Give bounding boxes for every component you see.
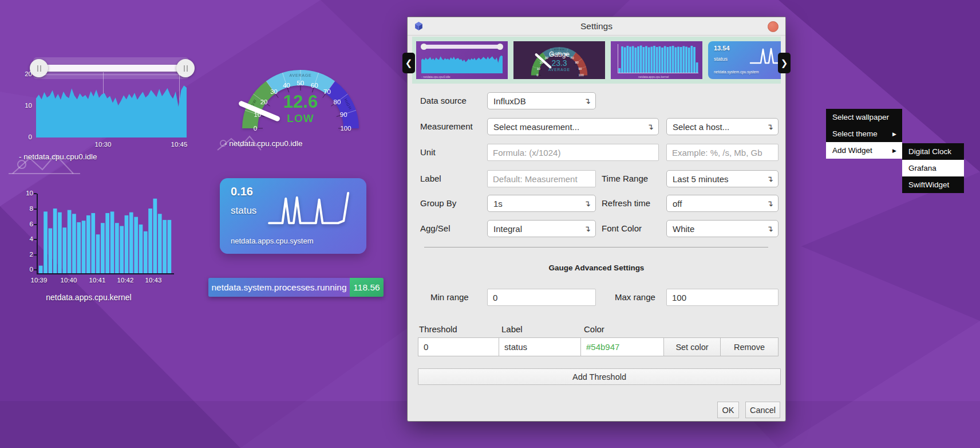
thumbnail-area-widget[interactable]: - netdata.cpu.cpu0.idle <box>416 41 508 79</box>
submenu-item-swiftwidget[interactable]: SwiftWidget <box>902 176 964 193</box>
desktop: 20 10 0 10:30 10:45 - netdata.cpu.cpu0.i… <box>0 0 980 448</box>
dropdown-arrow-icon: ↴ <box>584 96 591 105</box>
dropdown-arrow-icon: ↴ <box>584 224 591 233</box>
font-color-select[interactable]: White ↴ <box>666 220 779 237</box>
svg-text:0: 0 <box>254 125 257 132</box>
max-range-label: Max range <box>615 292 655 302</box>
refresh-time-select[interactable]: off ↴ <box>666 195 779 212</box>
threshold-color-header: Color <box>584 324 604 334</box>
bar-xtick-1042: 10:42 <box>111 277 140 284</box>
gauge-caption: - netdata.cpu.cpu0.idle <box>224 139 303 148</box>
dropdown-arrow-icon: ↴ <box>766 224 773 233</box>
thumbnail-bar-widget[interactable]: netdata.apps.cpu.kernel <box>611 41 702 79</box>
unit-example-input[interactable] <box>666 144 779 161</box>
menu-item-select-wallpaper[interactable]: Select wallpaper <box>826 109 902 125</box>
pill-value: 118.56 <box>350 278 384 297</box>
section-divider <box>424 247 768 247</box>
close-button[interactable] <box>768 21 779 32</box>
agg-sel-label: Agg/Sel <box>420 223 451 233</box>
thumbnail-card-widget[interactable]: 13.54 status netdata.system.cpu.system <box>708 41 781 79</box>
dropdown-arrow-icon: ↴ <box>584 199 591 208</box>
min-range-label: Min range <box>430 292 469 302</box>
bar-ytick-6: 6 <box>18 221 33 227</box>
svg-text:0: 0 <box>536 73 538 77</box>
widget-carousel: - netdata.cpu.cpu0.idle 0102030405060708… <box>412 37 781 84</box>
min-range-input[interactable] <box>487 289 596 306</box>
bar-ytick-8: 8 <box>18 205 33 212</box>
thumb-gauge-value: 23.3 <box>513 58 605 68</box>
pill-metric: netdata.system.processes.running <box>208 278 350 297</box>
agg-sel-select[interactable]: Integral ↴ <box>487 220 596 237</box>
submenu-item-grafana[interactable]: Grafana <box>902 160 964 176</box>
submenu-arrow-icon: ▶ <box>892 131 896 137</box>
host-select[interactable]: Select a host... ↴ <box>666 118 779 135</box>
bar-xtick-1039: 10:39 <box>25 277 53 284</box>
max-range-input[interactable] <box>666 289 779 306</box>
threshold-color-input[interactable] <box>581 338 663 356</box>
svg-text:100: 100 <box>579 73 584 77</box>
card-value: 0.16 <box>231 185 253 198</box>
card-label: status <box>231 205 256 217</box>
add-threshold-button[interactable]: Add Threshold <box>418 368 781 385</box>
group-by-select[interactable]: 1s ↴ <box>487 195 596 212</box>
dropdown-arrow-icon: ↴ <box>647 122 654 131</box>
svg-text:90: 90 <box>340 111 347 118</box>
dropdown-arrow-icon: ↴ <box>766 174 773 183</box>
settings-dialog: Settings - netdata.cpu.cpu0.idle 0102030… <box>407 17 786 422</box>
widget-area-chart[interactable]: 20 10 0 10:30 10:45 - netdata.cpu.cpu0.i… <box>0 52 200 166</box>
carousel-next-button[interactable]: ❯ <box>778 53 791 73</box>
thumb-area-chart <box>421 52 503 73</box>
bar-xtick-1041: 10:41 <box>83 277 112 284</box>
svg-text:50: 50 <box>297 80 305 87</box>
label-field-label: Label <box>420 174 441 183</box>
widget-status-card[interactable]: 0.16 status netdata.apps.cpu.system <box>220 178 366 254</box>
area-chart-caption: - netdata.cpu.cpu0.idle <box>19 152 97 161</box>
svg-text:60: 60 <box>311 82 318 89</box>
remove-threshold-button[interactable]: Remove <box>720 337 779 356</box>
widget-bar-chart[interactable]: 10 8 6 4 2 0 10:39 10:40 10:41 10:42 10:… <box>17 189 189 304</box>
widget-gauge[interactable]: 0102030405060708090100LOWAVERAGEHIGH 12.… <box>223 54 378 152</box>
data-source-label: Data source <box>420 96 467 105</box>
label-input[interactable] <box>487 170 596 187</box>
threshold-col-header: Threshold <box>419 324 457 334</box>
threshold-label-header: Label <box>501 324 523 334</box>
card-sparkline <box>267 191 356 231</box>
svg-text:40: 40 <box>283 82 290 89</box>
menu-item-select-theme[interactable]: Select theme ▶ <box>826 125 902 142</box>
ok-button[interactable]: OK <box>717 402 739 418</box>
area-ytick-0: 0 <box>17 133 32 140</box>
thumbnail-gauge-widget[interactable]: 0102030405060708090100AVERAGE Gauge 23.3… <box>513 41 605 79</box>
measurement-label: Measurement <box>420 121 473 131</box>
carousel-prev-button[interactable]: ❮ <box>402 53 415 73</box>
dialog-titlebar[interactable]: Settings <box>408 17 785 36</box>
submenu-item-digital-clock[interactable]: Digital Clock <box>902 143 964 160</box>
time-range-select[interactable]: Last 5 minutes ↴ <box>666 170 779 187</box>
dropdown-arrow-icon: ↴ <box>766 199 773 208</box>
threshold-value-input[interactable] <box>418 338 499 356</box>
area-xtick-1045: 10:45 <box>165 141 193 148</box>
thumb-bar-chart <box>618 44 698 73</box>
context-menu: Select wallpaper Select theme ▶ Add Widg… <box>826 109 902 159</box>
unit-label: Unit <box>420 147 436 157</box>
card-metric: netdata.apps.cpu.system <box>231 237 314 245</box>
measurement-select[interactable]: Select measurement... ↴ <box>487 118 659 135</box>
unit-formula-input[interactable] <box>487 144 659 161</box>
time-range-label: Time Range <box>602 174 648 183</box>
advanced-settings-heading: Gauge Advanced Settings <box>408 264 785 272</box>
menu-item-add-widget[interactable]: Add Widget ▶ <box>826 142 902 159</box>
cancel-button[interactable]: Cancel <box>745 402 780 418</box>
bar-xtick-1040: 10:40 <box>54 277 83 284</box>
thumb-slider <box>422 45 502 49</box>
thumb-card-sparkline <box>749 45 781 68</box>
set-color-button[interactable]: Set color <box>663 337 721 356</box>
svg-text:AVERAGE: AVERAGE <box>290 73 312 77</box>
refresh-time-label: Refresh time <box>602 198 650 208</box>
data-source-select[interactable]: InfluxDB ↴ <box>487 92 596 109</box>
threshold-label-input[interactable] <box>499 338 580 356</box>
bar-ytick-0: 0 <box>18 266 33 273</box>
widget-value-pill[interactable]: netdata.system.processes.running 118.56 <box>208 278 384 297</box>
bar-chart-caption: netdata.apps.cpu.kernel <box>23 293 155 302</box>
gauge-value: 12.6 <box>266 92 335 112</box>
range-slider-track[interactable] <box>36 65 187 72</box>
svg-text:100: 100 <box>340 125 351 132</box>
